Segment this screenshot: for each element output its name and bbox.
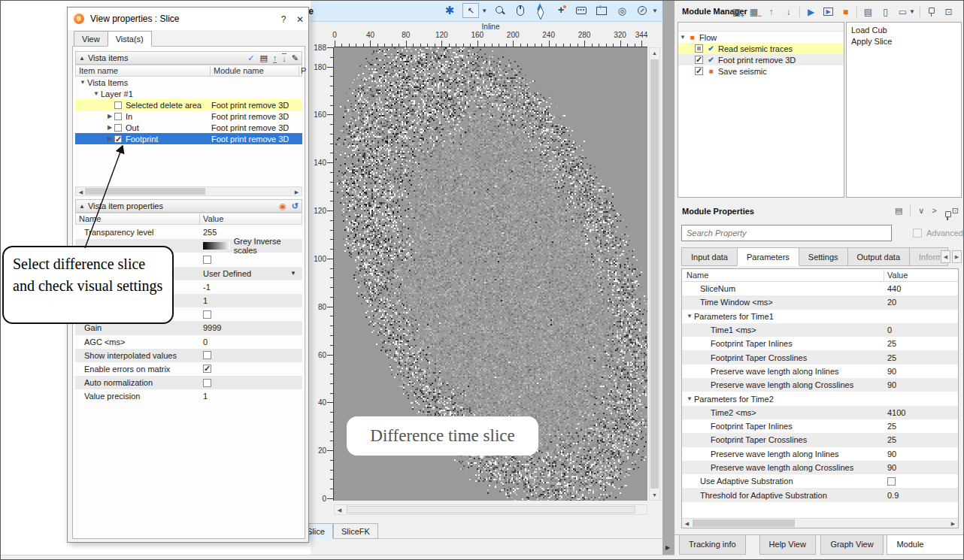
expander-icon[interactable]: ▼ [678,34,687,41]
advanced-checkbox[interactable] [913,229,922,238]
tab-help-view[interactable]: Help View [759,535,816,555]
parameters-horizontal-scrollbar[interactable]: ◀ ▶ [682,518,958,528]
tree-row[interactable]: Selected delete areaFoot print remove 3D [75,99,302,110]
move-down-icon[interactable]: ↓ [782,5,795,18]
param-row[interactable]: SliceNum440 [682,282,958,295]
param-row[interactable]: Use Adaptive Substration [682,474,958,488]
item-checkbox[interactable] [114,101,122,109]
scroll-right-icon[interactable]: ▶ [948,519,958,528]
new-document-icon[interactable]: ▯ [879,5,892,18]
mouse-tool-icon[interactable] [513,3,528,18]
param-row[interactable]: Footprint Taper Crosslines25 [682,433,958,446]
expander-icon[interactable]: ▶ [105,124,114,131]
param-row[interactable]: ▼Parameters for Time1 [682,310,958,323]
item-checkbox[interactable] [114,124,122,132]
module-checkbox[interactable] [695,67,703,75]
param-row[interactable]: Preserve wave length along Inlines90 [682,365,958,378]
dialog-titlebar[interactable]: 9 View properties : Slice ? ✕ [68,8,308,30]
expander-icon[interactable]: ▶ [105,135,114,142]
vista-item-properties-section-header[interactable]: ▲ Vista item properties ◉ ↺ [75,199,302,213]
value-checkbox[interactable] [203,365,211,373]
tab-vista(s)[interactable]: Vista(s) [108,31,152,47]
param-row[interactable]: Time1 <ms>0 [682,323,958,337]
vista-items-section-header[interactable]: ▲ Vista items ✓ ▤ ↑ ↓ ✎ [75,51,302,65]
compass-icon[interactable] [635,3,650,18]
param-row[interactable]: Time2 <ms>4100 [682,406,958,419]
help-button[interactable]: ? [277,13,290,26]
vertical-scrollbar-thumb[interactable] [650,59,659,489]
tab-view[interactable]: View [74,31,108,47]
layers-icon[interactable] [533,3,548,18]
property-row[interactable]: Show interpolated values [75,349,302,362]
scroll-left-icon[interactable]: ◀ [682,519,692,528]
tree-row[interactable]: ▶InFoot print remove 3D [75,110,302,122]
flow-list-icon[interactable]: ▤ [862,5,875,18]
move-down-icon[interactable]: ↓ [282,53,286,63]
expander-icon[interactable]: ▼ [685,313,694,319]
combo-dropdown-icon[interactable]: ▼ [290,270,296,277]
add-module-icon[interactable]: ▦+ [730,5,743,18]
item-checkbox[interactable] [114,113,122,120]
collapse-icon[interactable]: ▲ [79,203,85,210]
property-row[interactable]: Value precision1 [75,389,302,403]
property-row[interactable]: Enable errors on matrix [75,362,302,376]
param-row[interactable]: Preserve wave length along Inlines90 [682,447,958,461]
scroll-down-icon[interactable]: ▼ [650,490,659,500]
float-icon[interactable]: ⊡ [952,206,959,216]
tab-scroll-left-icon[interactable]: ◀ [941,250,950,263]
comment-icon[interactable]: ••• [574,3,589,18]
crosshair-pick-icon[interactable]: + [553,3,568,18]
expander-icon[interactable]: ▶ [105,113,114,120]
chevron-right-icon[interactable]: > [932,206,936,215]
value-checkbox[interactable] [203,351,211,359]
param-row[interactable]: Preserve wave length along Crosslines90 [682,461,958,474]
collapse-icon[interactable]: ▲ [79,55,85,62]
flow-row[interactable]: ✔Read seismic traces [678,43,844,54]
tab-input-data[interactable]: Input data [681,247,738,266]
horizontal-scrollbar-thumb[interactable] [347,506,635,513]
copy-db-icon[interactable]: ▤ [259,53,267,63]
tree-horizontal-scrollbar[interactable]: ◀ ▶ [75,186,302,196]
pin-icon[interactable] [925,5,938,18]
scroll-right-icon[interactable]: ▶ [292,187,302,197]
param-row[interactable]: Preserve wave length along Crosslines90 [682,378,958,392]
param-row[interactable]: Footprint Taper Crosslines25 [682,350,958,364]
undo-icon[interactable]: ↺ [292,201,299,211]
param-row[interactable]: ▼Parameters for Time2 [682,392,958,405]
param-row[interactable]: Footprint Taper Inlines25 [682,419,958,433]
close-icon[interactable]: ✕ [293,13,307,26]
flow-row[interactable]: ■Save seismic [678,65,844,77]
flow-row[interactable]: ▼■Flow [678,32,844,43]
scrollbar-thumb[interactable] [693,519,795,527]
tab-scroll-right-icon[interactable]: ▶ [665,544,670,551]
compass-dropdown-icon[interactable]: ▼ [652,8,658,14]
param-row[interactable]: Threshold for Adaptive Substration0.9 [682,488,958,501]
record-icon[interactable]: ◎ [614,3,629,18]
check-icon[interactable]: ✓ [247,53,254,63]
module-checkbox[interactable] [695,56,703,64]
value-checkbox[interactable] [203,310,211,319]
value-checkbox[interactable] [203,379,211,387]
tab-parameters[interactable]: Parameters [737,247,799,266]
window-layout-dropdown-icon[interactable]: ▼ [909,8,915,15]
export-image-icon[interactable] [594,3,609,18]
flow-row[interactable]: ✔Foot print remove 3D [678,54,844,65]
run-icon[interactable]: ▶ [805,5,817,18]
property-row[interactable]: Auto normalization [75,376,302,389]
expander-icon[interactable]: ▼ [78,79,87,86]
db-lock-icon[interactable]: ▤ [895,206,902,216]
move-up-icon[interactable]: ↑ [765,5,778,18]
vertical-scrollbar[interactable]: ▲ ▼ [649,47,660,501]
scroll-left-icon[interactable]: ◀ [335,505,344,515]
eraser-icon[interactable]: ✎ [292,53,299,63]
param-row[interactable]: Footprint Taper Inlines25 [682,337,958,350]
module-checkbox[interactable] [695,44,703,53]
expander-icon[interactable]: ▼ [685,395,694,402]
move-up-icon[interactable]: ↑ [273,53,277,63]
tab-tracking-info[interactable]: Tracking info [679,535,746,555]
remove-module-icon[interactable]: ▦− [747,5,760,18]
tab-settings[interactable]: Settings [799,247,848,266]
scrollbar-thumb[interactable] [85,188,205,195]
zoom-icon[interactable] [493,3,508,18]
expander-icon[interactable]: ▼ [92,90,101,97]
